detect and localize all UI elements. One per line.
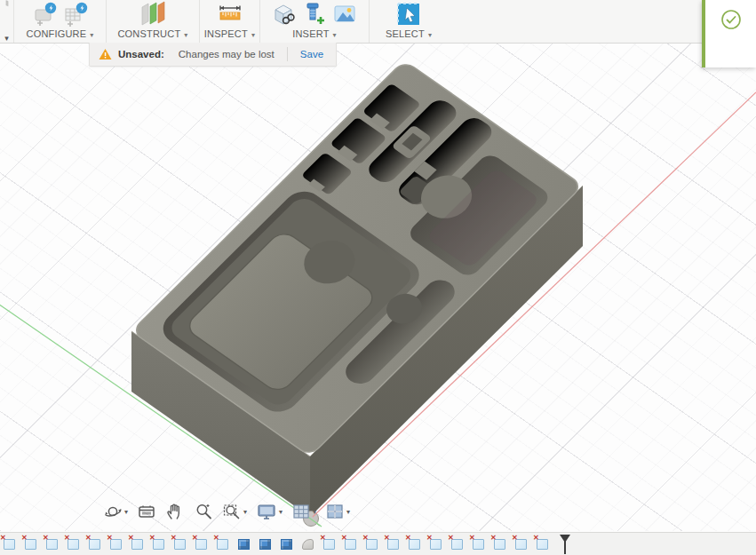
chevron-down-icon[interactable]: ▾ bbox=[124, 508, 128, 516]
viewports-button[interactable]: ▾ bbox=[322, 500, 353, 523]
partial-tool-icon bbox=[2, 0, 12, 7]
timeline-feature-extrude[interactable] bbox=[259, 539, 271, 550]
zoom-window-button[interactable]: ▾ bbox=[219, 500, 250, 523]
timeline-feature-suppressed[interactable] bbox=[4, 539, 15, 550]
orbit-icon bbox=[103, 502, 123, 521]
timeline-feature-extrude[interactable] bbox=[281, 539, 292, 550]
configure-table-icon[interactable] bbox=[63, 2, 88, 27]
timeline-bar bbox=[0, 532, 756, 555]
timeline-feature-suppressed[interactable] bbox=[46, 539, 58, 550]
toolbar-group-select[interactable]: SELECT bbox=[370, 0, 448, 43]
timeline-feature-suppressed[interactable] bbox=[25, 539, 36, 550]
timeline-feature-suppressed[interactable] bbox=[195, 539, 207, 550]
timeline-playhead[interactable] bbox=[559, 535, 571, 554]
grid-icon bbox=[291, 502, 311, 521]
timeline-feature-suppressed[interactable] bbox=[110, 539, 122, 550]
chevron-down-icon[interactable]: ▾ bbox=[4, 34, 9, 43]
chevron-down-icon[interactable]: ▾ bbox=[313, 508, 316, 516]
model-organizer-tray[interactable] bbox=[131, 60, 583, 517]
insert-derive-icon[interactable] bbox=[272, 2, 297, 27]
grid-settings-button[interactable]: ▾ bbox=[289, 500, 319, 523]
timeline-feature-suppressed[interactable] bbox=[515, 539, 527, 550]
display-settings-icon bbox=[256, 502, 277, 521]
timeline-feature-fillet[interactable] bbox=[302, 539, 314, 550]
construct-planes-icon[interactable] bbox=[138, 1, 168, 28]
toolbar-group-inspect[interactable]: INSPECT bbox=[200, 0, 260, 43]
warning-icon bbox=[99, 48, 112, 60]
timeline-feature-suppressed[interactable] bbox=[537, 539, 548, 550]
unsaved-label: Unsaved: bbox=[118, 49, 164, 59]
look-at-button[interactable] bbox=[134, 500, 159, 523]
save-button[interactable]: Save bbox=[288, 49, 336, 59]
timeline-feature-suppressed[interactable] bbox=[430, 539, 442, 550]
main-toolbar: ▾ CONFIGURE bbox=[0, 0, 756, 44]
orbit-button[interactable]: ▾ bbox=[100, 500, 131, 523]
timeline-feature-suppressed[interactable] bbox=[174, 539, 186, 550]
toolbar-group-construct[interactable]: CONSTRUCT bbox=[107, 0, 200, 43]
timeline-feature-suppressed[interactable] bbox=[89, 539, 100, 550]
timeline-feature-suppressed[interactable] bbox=[409, 539, 420, 550]
success-toast[interactable] bbox=[702, 0, 756, 67]
toolbar-group-left-partial[interactable]: ▾ bbox=[0, 0, 14, 43]
timeline-feature-suppressed[interactable] bbox=[68, 539, 79, 550]
unsaved-message: Changes may be lost bbox=[179, 49, 275, 59]
pan-button[interactable] bbox=[163, 500, 187, 523]
timeline-feature-suppressed[interactable] bbox=[345, 539, 356, 550]
display-settings-button[interactable]: ▾ bbox=[253, 500, 285, 523]
scene bbox=[0, 43, 756, 531]
zoom-button[interactable] bbox=[191, 500, 216, 523]
view-navigation-bar: ▾ ▾ bbox=[100, 500, 353, 523]
timeline-feature-suppressed[interactable] bbox=[366, 539, 378, 550]
viewport-canvas[interactable]: ▾ ▾ bbox=[0, 43, 756, 531]
timeline-feature-suppressed[interactable] bbox=[473, 539, 484, 550]
configure-features-icon[interactable] bbox=[33, 2, 58, 27]
timeline-feature-extrude[interactable] bbox=[238, 539, 250, 550]
measure-icon[interactable] bbox=[217, 2, 243, 27]
chevron-down-icon[interactable]: ▾ bbox=[346, 508, 350, 516]
timeline-feature-suppressed[interactable] bbox=[387, 539, 399, 550]
timeline-feature-suppressed[interactable] bbox=[217, 539, 228, 550]
check-circle-icon bbox=[720, 8, 743, 31]
timeline-feature-suppressed[interactable] bbox=[494, 539, 505, 550]
inspect-menu-label[interactable]: INSPECT bbox=[204, 28, 255, 39]
look-at-icon bbox=[137, 502, 156, 521]
configure-menu-label[interactable]: CONFIGURE bbox=[26, 28, 93, 39]
timeline-feature-suppressed[interactable] bbox=[131, 539, 143, 550]
insert-menu-label[interactable]: INSERT bbox=[292, 28, 337, 39]
toolbar-group-configure[interactable]: CONFIGURE bbox=[14, 0, 107, 43]
chevron-down-icon[interactable]: ▾ bbox=[279, 508, 283, 516]
unsaved-notification: Unsaved: Changes may be lost Save bbox=[89, 43, 337, 67]
timeline-feature-suppressed[interactable] bbox=[451, 539, 463, 550]
zoom-window-icon bbox=[222, 502, 242, 521]
timeline-feature-suppressed[interactable] bbox=[153, 539, 164, 550]
viewports-icon bbox=[325, 502, 345, 521]
select-menu-label[interactable]: SELECT bbox=[386, 28, 432, 39]
insert-fastener-icon[interactable] bbox=[302, 2, 327, 27]
pan-hand-icon bbox=[165, 502, 185, 521]
select-cursor-icon[interactable] bbox=[395, 1, 422, 28]
toolbar-group-insert[interactable]: INSERT bbox=[260, 0, 370, 43]
insert-canvas-icon[interactable] bbox=[332, 2, 357, 27]
zoom-icon bbox=[194, 502, 213, 521]
chevron-down-icon[interactable]: ▾ bbox=[243, 508, 247, 516]
timeline-feature-suppressed[interactable] bbox=[323, 539, 335, 550]
construct-menu-label[interactable]: CONSTRUCT bbox=[117, 28, 187, 39]
timeline-track bbox=[4, 539, 558, 550]
